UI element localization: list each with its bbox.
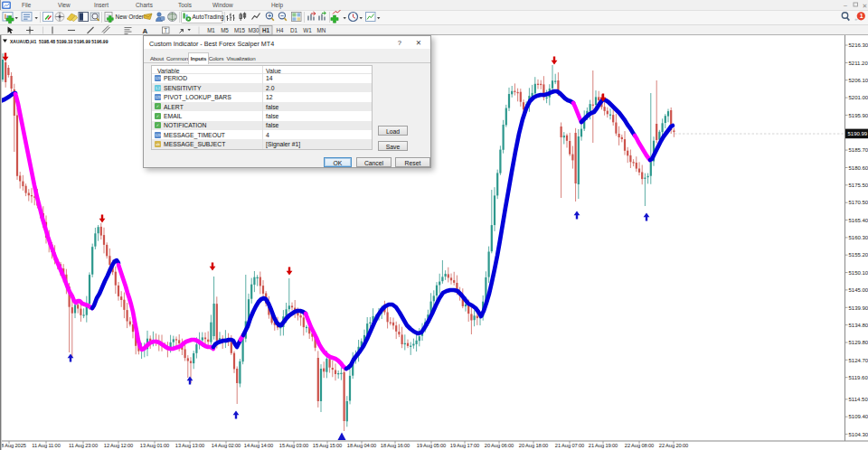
svg-text:5170.50: 5170.50 <box>849 200 868 205</box>
svg-text:M5: M5 <box>221 27 229 33</box>
svg-text:M30: M30 <box>248 27 259 33</box>
svg-text:21 Aug 07:00: 21 Aug 07:00 <box>555 443 584 448</box>
svg-text:5124.70: 5124.70 <box>849 358 868 363</box>
svg-text:W1: W1 <box>303 27 312 33</box>
svg-text:5206.10: 5206.10 <box>849 78 868 83</box>
svg-text:5165.40: 5165.40 <box>849 218 868 223</box>
svg-text:−: − <box>280 13 284 19</box>
svg-text:5109.40: 5109.40 <box>849 414 868 419</box>
svg-text:+: + <box>268 13 271 19</box>
svg-text:19 Aug 17:00: 19 Aug 17:00 <box>450 443 479 448</box>
svg-text:13 Aug 01:00: 13 Aug 01:00 <box>140 443 169 448</box>
svg-text:H1: H1 <box>262 27 270 33</box>
svg-text:A: A <box>143 27 148 35</box>
svg-text:15 Aug 15:00: 15 Aug 15:00 <box>313 443 342 448</box>
svg-text:5201.00: 5201.00 <box>849 95 868 100</box>
svg-text:19 Aug 05:00: 19 Aug 05:00 <box>417 443 446 448</box>
svg-text:5114.50: 5114.50 <box>849 397 868 402</box>
svg-text:5134.80: 5134.80 <box>849 323 868 328</box>
svg-text:8 Aug 2025: 8 Aug 2025 <box>1 443 26 448</box>
svg-text:AutoTrading: AutoTrading <box>193 14 225 21</box>
svg-text:M1: M1 <box>207 27 215 33</box>
svg-text:XAUAUD,H1 5198.48 5199.10 519: XAUAUD,H1 5198.48 5199.10 5196.99 5196.9… <box>10 39 108 44</box>
svg-text:Window: Window <box>212 2 233 8</box>
svg-text:New Order: New Order <box>116 14 145 20</box>
svg-text:Help: Help <box>271 2 284 9</box>
svg-text:T: T <box>164 27 167 33</box>
svg-text:18 Aug 16:00: 18 Aug 16:00 <box>381 443 410 448</box>
svg-text:22 Aug 20:00: 22 Aug 20:00 <box>659 443 688 448</box>
svg-text:5180.60: 5180.60 <box>849 165 868 171</box>
svg-text:5216.30: 5216.30 <box>849 42 868 48</box>
svg-text:13 Aug 13:00: 13 Aug 13:00 <box>175 443 204 448</box>
svg-text:D1: D1 <box>290 27 298 33</box>
svg-text:5129.80: 5129.80 <box>849 340 868 345</box>
svg-text:11 Aug 23:00: 11 Aug 23:00 <box>69 443 98 448</box>
svg-text:20 Aug 06:00: 20 Aug 06:00 <box>485 443 514 448</box>
svg-text:5185.70: 5185.70 <box>849 147 868 153</box>
svg-text:View: View <box>58 2 71 8</box>
svg-text:20 Aug 18:00: 20 Aug 18:00 <box>519 443 548 448</box>
svg-text:5104.30: 5104.30 <box>849 432 868 437</box>
svg-text:Insert: Insert <box>94 2 108 8</box>
svg-text:18 Aug 04:00: 18 Aug 04:00 <box>347 443 376 448</box>
svg-text:5175.50: 5175.50 <box>849 183 868 188</box>
svg-text:1: 1 <box>860 13 863 19</box>
svg-text:22 Aug 08:00: 22 Aug 08:00 <box>625 443 654 448</box>
svg-text:11 Aug 11:00: 11 Aug 11:00 <box>32 443 60 448</box>
svg-text:5190.99: 5190.99 <box>848 131 868 136</box>
svg-text:5211.20: 5211.20 <box>849 61 868 66</box>
svg-text:12 Aug 12:00: 12 Aug 12:00 <box>104 443 133 448</box>
svg-text:✕: ✕ <box>863 3 868 9</box>
svg-text:M15: M15 <box>234 27 246 33</box>
svg-text:5160.30: 5160.30 <box>849 235 868 240</box>
svg-text:–: – <box>844 2 847 8</box>
svg-text:5155.20: 5155.20 <box>849 252 868 258</box>
svg-text:Tools: Tools <box>178 2 192 8</box>
svg-text:21 Aug 19:00: 21 Aug 19:00 <box>589 443 618 448</box>
svg-text:14 Aug 14:00: 14 Aug 14:00 <box>244 443 273 448</box>
svg-text:5139.90: 5139.90 <box>849 305 868 311</box>
svg-text:Charts: Charts <box>136 2 153 8</box>
svg-text:15 Aug 03:00: 15 Aug 03:00 <box>279 443 308 448</box>
svg-text:5150.10: 5150.10 <box>849 270 868 276</box>
svg-text:MN: MN <box>317 27 326 33</box>
svg-text:H4: H4 <box>276 27 284 33</box>
svg-text:5145.00: 5145.00 <box>849 287 868 293</box>
svg-text:File: File <box>22 2 32 8</box>
svg-text:5119.60: 5119.60 <box>849 375 868 380</box>
svg-text:14 Aug 02:00: 14 Aug 02:00 <box>212 443 241 448</box>
svg-text:5195.90: 5195.90 <box>849 113 868 118</box>
